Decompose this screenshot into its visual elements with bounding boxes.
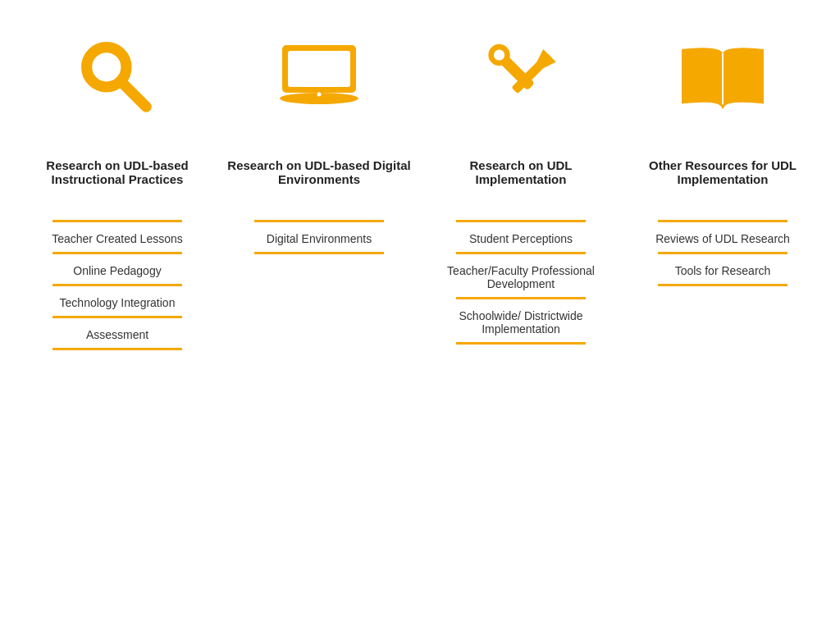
main-grid: Research on UDL-based Instructional Prac…: [0, 0, 840, 367]
column-4: Other Resources for UDL Implementation R…: [622, 25, 824, 350]
divider: [658, 284, 788, 286]
svg-rect-3: [288, 51, 350, 87]
svg-line-1: [121, 81, 146, 107]
svg-point-5: [317, 93, 322, 97]
list-item[interactable]: Teacher Created Lessons: [25, 222, 210, 252]
list-item[interactable]: Reviews of UDL Research: [630, 222, 815, 252]
book-icon: [673, 25, 772, 131]
tools-icon: [476, 25, 566, 131]
laptop-icon: [270, 25, 368, 131]
list-item[interactable]: Teacher/Faculty Professional Development: [428, 254, 614, 297]
col4-title: Other Resources for UDL Implementation: [630, 139, 815, 205]
col2-items: Digital Environments: [226, 220, 412, 254]
col1-title: Research on UDL-based Instructional Prac…: [25, 139, 210, 205]
list-item[interactable]: Technology Integration: [25, 286, 210, 316]
list-item[interactable]: Student Perceptions: [428, 222, 614, 252]
list-item[interactable]: Tools for Research: [630, 254, 815, 284]
col2-title: Research on UDL-based Digital Environmen…: [226, 139, 412, 205]
col3-title: Research on UDL Implementation: [428, 139, 614, 205]
divider: [52, 348, 182, 350]
column-1: Research on UDL-based Instructional Prac…: [16, 25, 218, 350]
col3-items: Student Perceptions Teacher/Faculty Prof…: [428, 220, 614, 345]
list-item[interactable]: Schoolwide/ Districtwide Implementation: [428, 299, 614, 342]
search-icon: [72, 25, 162, 131]
list-item[interactable]: Digital Environments: [226, 222, 412, 252]
divider: [456, 342, 586, 345]
column-2: Research on UDL-based Digital Environmen…: [218, 25, 420, 350]
divider: [254, 252, 384, 254]
col4-items: Reviews of UDL Research Tools for Resear…: [630, 220, 815, 286]
list-item[interactable]: Online Pedagogy: [25, 254, 210, 284]
list-item[interactable]: Assessment: [25, 318, 210, 348]
column-3: Research on UDL Implementation Student P…: [420, 25, 622, 350]
col1-items: Teacher Created Lessons Online Pedagogy …: [25, 220, 210, 350]
